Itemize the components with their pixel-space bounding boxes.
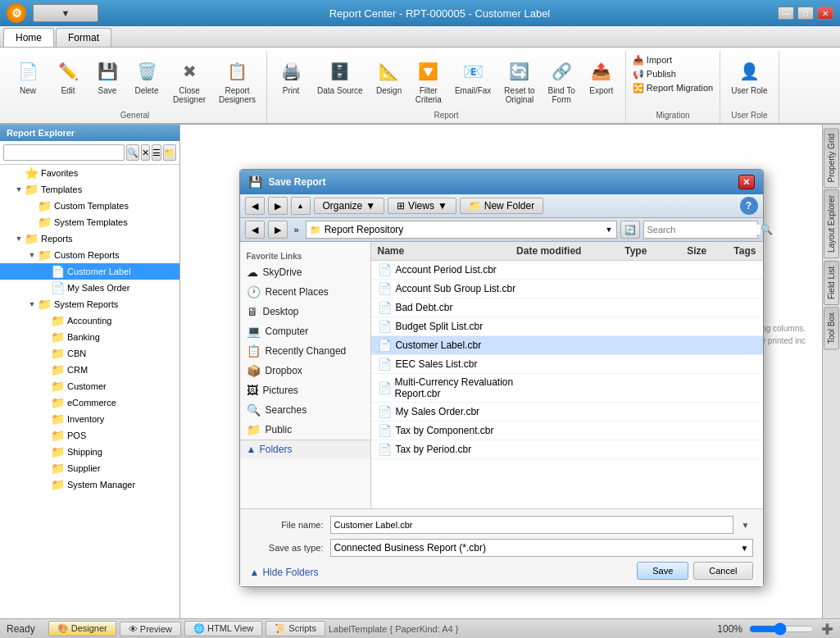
sidebar-item-system-manager[interactable]: 📁 System Manager — [0, 476, 179, 493]
nav-up-button[interactable]: ▲ — [291, 197, 311, 215]
nav-skydrive[interactable]: ☁ SkyDrive — [240, 262, 370, 282]
file-row[interactable]: 📄 Account Period List.cbr — [371, 261, 763, 280]
sidebar-item-customer-label[interactable]: 📄 Customer Label — [0, 263, 179, 280]
maximize-btn[interactable]: □ — [797, 7, 814, 20]
dialog-save-button[interactable]: Save — [637, 562, 688, 580]
address-combo[interactable]: 📁 Report Repository ▼ — [306, 221, 617, 239]
views-button[interactable]: ⊞ Views ▼ — [388, 198, 456, 214]
search-button[interactable]: 🔍 — [126, 144, 139, 161]
sidebar-item-custom-templates[interactable]: 📁 Custom Templates — [0, 198, 179, 214]
sidebar-item-inventory[interactable]: 📁 Inventory — [0, 411, 179, 427]
search-box[interactable]: 🔍 — [643, 221, 758, 239]
file-row[interactable]: 📄 EEC Sales List.cbr — [371, 355, 763, 374]
col-tags-header[interactable]: Tags — [727, 244, 762, 258]
search-input[interactable] — [3, 144, 125, 161]
nav-recent-places[interactable]: 🕐 Recent Places — [240, 282, 370, 302]
clear-search-button[interactable]: ✕ — [141, 144, 150, 161]
tab-home[interactable]: Home — [3, 28, 54, 47]
nav-forward-button[interactable]: ▶ — [268, 197, 288, 215]
quick-access-toolbar[interactable]: ▼ — [33, 4, 98, 22]
edit-button[interactable]: ✏️ Edit — [49, 54, 87, 99]
dialog-close-button[interactable]: ✕ — [738, 175, 755, 189]
save-button[interactable]: 💾 Save — [89, 54, 126, 99]
property-grid-tab[interactable]: Property Grid — [824, 128, 839, 188]
new-folder-button[interactable]: 📁 New Folder — [460, 198, 543, 214]
organize-button[interactable]: Organize ▼ — [314, 198, 385, 214]
dialog-cancel-button[interactable]: Cancel — [693, 562, 752, 580]
reset-to-original-button[interactable]: 🔄 Reset toOriginal — [498, 54, 540, 108]
field-list-tab[interactable]: Field List — [824, 261, 839, 305]
sidebar-item-shipping[interactable]: 📁 Shipping — [0, 444, 179, 460]
email-fax-button[interactable]: 📧 Email/Fax — [449, 54, 497, 99]
view-toggle-button[interactable]: ☰ — [152, 144, 161, 161]
file-row[interactable]: 📄 Tax by Component.cbr — [371, 422, 763, 440]
sidebar-item-my-sales-order[interactable]: 📄 My Sales Order — [0, 280, 179, 296]
col-name-header[interactable]: Name — [371, 244, 511, 258]
sidebar-item-reports[interactable]: ▼ 📁 Reports — [0, 230, 179, 247]
tab-scripts[interactable]: 📜 Scripts — [266, 621, 325, 636]
new-button[interactable]: 📄 New — [8, 54, 48, 99]
sidebar-item-crm[interactable]: 📁 CRM — [0, 362, 179, 378]
sidebar-item-custom-reports[interactable]: ▼ 📁 Custom Reports — [0, 247, 179, 263]
sidebar-item-system-reports[interactable]: ▼ 📁 System Reports — [0, 296, 179, 312]
filename-input[interactable] — [330, 516, 733, 534]
file-row[interactable]: 📄 Bad Debt.cbr — [371, 298, 763, 317]
search-input[interactable] — [647, 225, 761, 235]
sidebar-item-cbn[interactable]: 📁 CBN — [0, 345, 179, 362]
refresh-button[interactable]: 🔄 — [620, 221, 640, 239]
data-source-button[interactable]: 🗄️ Data Source — [311, 54, 369, 99]
tab-designer[interactable]: 🎨 Designer — [48, 621, 116, 636]
file-row[interactable]: 📄 Customer Label.cbr — [371, 336, 763, 355]
nav-computer[interactable]: 💻 Computer — [240, 321, 370, 341]
file-row[interactable]: 📄 Account Sub Group List.cbr — [371, 280, 763, 298]
layout-explorer-tab[interactable]: Layout Explorer — [824, 189, 839, 258]
bind-to-form-button[interactable]: 🔗 Bind ToForm — [543, 54, 581, 108]
nav-dropbox[interactable]: 📦 Dropbox — [240, 361, 370, 381]
import-button[interactable]: 📥 Import — [631, 54, 674, 66]
close-designer-button[interactable]: ✖ CloseDesigner — [167, 54, 211, 108]
zoom-in-icon[interactable]: ➕ — [821, 623, 833, 635]
zoom-slider[interactable] — [749, 622, 815, 636]
file-row[interactable]: 📄 My Sales Order.cbr — [371, 403, 763, 422]
design-button[interactable]: 📐 Design — [370, 54, 408, 99]
tab-html-view[interactable]: 🌐 HTML View — [184, 621, 262, 636]
filter-criteria-button[interactable]: 🔽 FilterCriteria — [410, 54, 447, 108]
file-row[interactable]: 📄 Budget Split List.cbr — [371, 317, 763, 336]
user-role-button[interactable]: 👤 User Role — [725, 54, 773, 99]
sidebar-item-accounting[interactable]: 📁 Accounting — [0, 312, 179, 329]
sidebar-item-system-templates[interactable]: 📁 System Templates — [0, 214, 179, 230]
report-designers-button[interactable]: 📋 ReportDesigners — [213, 54, 261, 108]
nav-searches[interactable]: 🔍 Searches — [240, 400, 370, 420]
col-size-header[interactable]: Size — [680, 244, 727, 258]
nav-public[interactable]: 📁 Public — [240, 420, 370, 440]
addr-forward-button[interactable]: ▶ — [268, 221, 288, 239]
sidebar-item-pos[interactable]: 📁 POS — [0, 427, 179, 444]
addr-back-button[interactable]: ◀ — [245, 221, 265, 239]
folder-button[interactable]: 📁 — [163, 144, 176, 161]
export-button[interactable]: 📤 Export — [583, 54, 620, 99]
sidebar-item-templates[interactable]: ▼ 📁 Templates — [0, 181, 179, 198]
sidebar-item-banking[interactable]: 📁 Banking — [0, 329, 179, 345]
col-type-header[interactable]: Type — [618, 244, 680, 258]
tool-box-tab[interactable]: Tool Box — [824, 307, 839, 349]
print-button[interactable]: 🖨️ Print — [272, 54, 310, 99]
tab-format[interactable]: Format — [56, 28, 111, 47]
delete-button[interactable]: 🗑️ Delete — [128, 54, 166, 99]
close-btn[interactable]: ✕ — [817, 7, 833, 20]
nav-desktop[interactable]: 🖥 Desktop — [240, 302, 370, 321]
sidebar-item-ecommerce[interactable]: 📁 eCommerce — [0, 394, 179, 411]
folders-bar[interactable]: ▲ Folders — [240, 440, 370, 458]
sidebar-item-customer[interactable]: 📁 Customer — [0, 378, 179, 394]
col-date-header[interactable]: Date modified — [510, 244, 618, 258]
report-migration-button[interactable]: 🔀 Report Migration — [631, 82, 715, 94]
nav-pictures[interactable]: 🖼 Pictures — [240, 381, 370, 400]
publish-button[interactable]: 📢 Publish — [631, 68, 678, 80]
saveastype-combo[interactable]: Connected Business Report (*.cbr) ▼ — [330, 539, 753, 557]
file-row[interactable]: 📄 Tax by Period.cbr — [371, 440, 763, 459]
nav-recently-changed[interactable]: 📋 Recently Changed — [240, 341, 370, 361]
minimize-btn[interactable]: — — [778, 7, 794, 20]
sidebar-item-supplier[interactable]: 📁 Supplier — [0, 460, 179, 476]
sidebar-item-favorites[interactable]: ⭐ Favorites — [0, 165, 179, 181]
nav-back-button[interactable]: ◀ — [245, 197, 265, 215]
hide-folders-control[interactable]: ▲ Hide Folders — [250, 567, 319, 578]
